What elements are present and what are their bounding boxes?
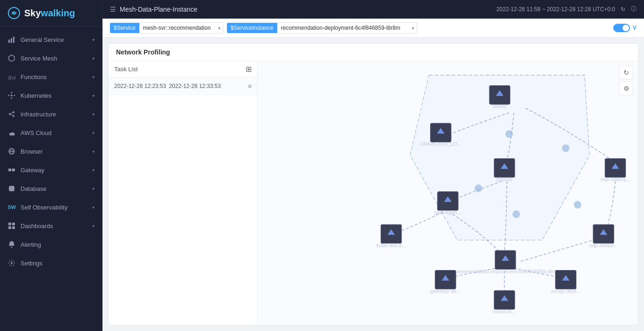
filters-bar: $Service mesh-svr::recommendation $Servi… xyxy=(103,19,644,38)
toggle-switch[interactable] xyxy=(613,24,630,32)
instance-filter-label: $ServiceInstance xyxy=(227,23,277,33)
node-istiod[interactable]: istiod.ist... xyxy=(493,290,516,314)
instance-select[interactable]: recommendation-deployment-6c4f846859-l8r… xyxy=(277,22,417,34)
node-pilot-agent[interactable]: pilot-agen... xyxy=(434,191,461,215)
node-istiod-label: istiod.ist... xyxy=(493,309,516,314)
kubernetes-icon xyxy=(7,91,16,100)
chevron-down-icon-2: ▾ xyxy=(92,56,95,61)
network-profiling-card: Network Profiling Task List ⊞ 2022-12-28… xyxy=(108,43,638,325)
sidebar-item-label-dashboards: Dashboards xyxy=(21,223,53,230)
task-list-header: Task List ⊞ xyxy=(109,61,257,78)
refresh-icon[interactable]: ↻ xyxy=(621,6,625,13)
header-right: 2022-12-28 11:58 ~ 2022-12-28 12:28 UTC+… xyxy=(496,5,637,13)
node-recommendation[interactable]: recommendation-deployment-6c4f846859-l8r… xyxy=(450,250,561,274)
sidebar-item-functions[interactable]: f(x) Functions ▾ xyxy=(0,68,102,86)
node-kube-dns[interactable]: kube-dns.k... xyxy=(377,224,406,248)
graph-controls: ↻ ⚙ xyxy=(619,66,633,95)
sidebar-item-settings[interactable]: Settings xyxy=(0,254,102,272)
sidebar-item-self-observability[interactable]: SW Self Observability ▾ xyxy=(0,198,102,216)
node-envoy-label: envoy xyxy=(493,103,507,109)
graph-panel: ↻ ⚙ xyxy=(258,61,638,325)
chevron-down-icon-6: ▾ xyxy=(92,130,95,135)
sidebar-item-label-settings: Settings xyxy=(21,260,42,267)
sw-icon: SW xyxy=(7,203,16,211)
sidebar-item-alerting[interactable]: Alerting xyxy=(0,235,102,254)
grid-icon xyxy=(7,222,16,230)
skywalking-logo-icon xyxy=(7,7,21,20)
service-filter-group: $Service mesh-svr::recommendation xyxy=(110,22,223,34)
info-icon[interactable]: ⓘ xyxy=(631,5,637,13)
edge-circle-5 xyxy=(574,201,581,209)
add-task-icon[interactable]: ⊞ xyxy=(246,65,252,74)
node-songs-depl[interactable]: songs-depl... xyxy=(551,270,581,294)
sidebar-item-label-browser: Browser xyxy=(21,148,43,155)
node-python[interactable]: python xyxy=(494,159,515,182)
node-gateway-de-label: gateway-de... xyxy=(430,288,461,294)
chevron-down-icon-5: ▾ xyxy=(92,112,95,117)
svg-point-8 xyxy=(11,98,13,99)
node-oap-deploy[interactable]: oap-deploy... xyxy=(601,159,630,182)
refresh-graph-button[interactable]: ↻ xyxy=(619,66,633,80)
task-detail-icon: ≡ xyxy=(248,82,252,90)
page-title: Mesh-Data-Plane-Instance xyxy=(120,6,198,13)
cloud-icon xyxy=(7,128,16,137)
bell-icon xyxy=(7,240,16,249)
sidebar-item-infrastructure[interactable]: Infrastructure ▾ xyxy=(0,105,102,123)
node-oap-deploy-label: oap-deploy... xyxy=(601,176,630,182)
task-dates: 2022-12-28 12:23:53 2022-12-28 12:33:53 xyxy=(114,83,221,89)
task-item[interactable]: 2022-12-28 12:23:53 2022-12-28 12:33:53 … xyxy=(109,78,257,95)
sidebar-item-label-kubernetes: Kubernetes xyxy=(21,92,52,99)
node-oap-default[interactable]: oap.defaul... xyxy=(589,224,618,248)
svg-line-14 xyxy=(10,112,14,114)
node-python-label: python xyxy=(497,176,512,182)
fx-icon: f(x) xyxy=(7,73,16,81)
service-select[interactable]: mesh-svr::recommendation xyxy=(139,22,223,34)
sidebar-item-database[interactable]: Database ▾ xyxy=(0,179,102,198)
header: ☰ Mesh-Data-Plane-Instance 2022-12-28 11… xyxy=(103,0,644,19)
chevron-down-icon-3: ▾ xyxy=(92,74,95,80)
task-list-label: Task List xyxy=(114,66,138,73)
sidebar-item-label-functions: Functions xyxy=(21,74,47,81)
sidebar-item-browser[interactable]: Browser ▾ xyxy=(0,142,102,161)
chevron-down-icon-4: ▾ xyxy=(92,93,95,98)
task-end-date: 2022-12-28 12:33:53 xyxy=(169,83,220,89)
svg-rect-24 xyxy=(12,223,15,225)
svg-line-15 xyxy=(10,114,14,116)
sidebar: Skywalking General Service ▾ Service Mes… xyxy=(0,0,103,331)
sidebar-item-service-mesh[interactable]: Service Mesh ▾ xyxy=(0,49,102,68)
edge-recommendation-oap-default xyxy=(521,238,601,262)
svg-rect-23 xyxy=(8,223,11,225)
svg-rect-1 xyxy=(8,40,10,43)
svg-rect-20 xyxy=(12,169,15,171)
node-songs-depl-label: songs-depl... xyxy=(551,288,581,294)
svg-marker-4 xyxy=(9,55,14,61)
svg-rect-26 xyxy=(12,226,15,229)
chevron-down-icon-7: ▾ xyxy=(92,149,95,154)
sidebar-item-kubernetes[interactable]: Kubernetes ▾ xyxy=(0,86,102,105)
node-pilot-agent-label: pilot-agen... xyxy=(434,209,461,215)
sidebar-item-dashboards[interactable]: Dashboards ▾ xyxy=(0,216,102,235)
edge-circle-4 xyxy=(562,144,569,152)
service-select-wrapper: mesh-svr::recommendation xyxy=(139,22,223,34)
instance-select-wrapper: recommendation-deployment-6c4f846859-l8r… xyxy=(277,22,417,34)
sidebar-item-label-service-mesh: Service Mesh xyxy=(21,55,57,62)
sidebar-item-gateway[interactable]: Gateway ▾ xyxy=(0,161,102,179)
main-content: ☰ Mesh-Data-Plane-Instance 2022-12-28 11… xyxy=(103,0,644,331)
edge-circle-3 xyxy=(513,210,520,218)
svg-point-7 xyxy=(11,92,13,94)
sidebar-item-aws-cloud[interactable]: AWS Cloud ▾ xyxy=(0,123,102,142)
instance-filter-group: $ServiceInstance recommendation-deployme… xyxy=(227,22,417,34)
chevron-down-icon-8: ▾ xyxy=(92,168,95,173)
gateway-icon xyxy=(7,166,16,174)
logo: Skywalking xyxy=(0,0,102,27)
task-list-panel: Task List ⊞ 2022-12-28 12:23:53 2022-12-… xyxy=(109,61,258,325)
card-title: Network Profiling xyxy=(109,44,638,61)
menu-icon: ☰ xyxy=(110,6,116,13)
service-filter-label: $Service xyxy=(110,23,139,33)
svg-point-9 xyxy=(8,95,10,96)
svg-point-6 xyxy=(11,95,13,96)
sidebar-item-label-aws-cloud: AWS Cloud xyxy=(21,129,52,136)
sidebar-item-general-service[interactable]: General Service ▾ xyxy=(0,30,102,49)
settings-graph-button[interactable]: ⚙ xyxy=(619,81,633,95)
edge-circle-1 xyxy=(506,130,513,138)
